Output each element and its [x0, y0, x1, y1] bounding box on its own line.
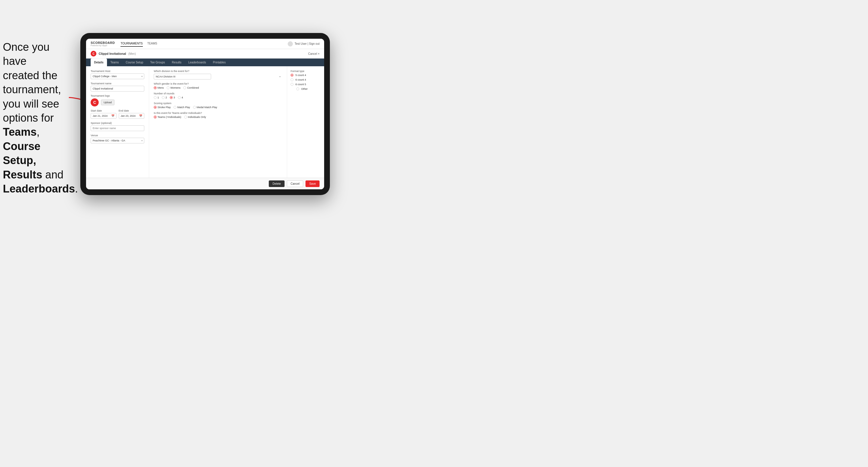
- user-area: Test User | Sign out: [288, 41, 319, 46]
- gender-womens[interactable]: Womens: [167, 86, 180, 89]
- teams-plus-radio[interactable]: [154, 116, 157, 119]
- top-nav: SCOREBOARD Powered by clippd TOURNAMENTS…: [86, 39, 324, 49]
- tab-course-setup[interactable]: Course Setup: [122, 59, 147, 66]
- host-label: Tournament Host: [91, 70, 144, 72]
- logo-circle: C: [91, 98, 99, 106]
- venue-select[interactable]: Peachtree GC - Atlanta - GA: [91, 138, 144, 144]
- date-row: Start date Jan 21, 2024 📅 End date Jan 2…: [91, 109, 144, 119]
- individuals-only-radio[interactable]: [184, 116, 187, 119]
- format-options: 5 count 4 6 count 4 6 count 5 Other: [290, 74, 321, 90]
- tablet-screen: SCOREBOARD Powered by clippd TOURNAMENTS…: [86, 39, 324, 189]
- tournament-title: Clippd Invitational: [99, 52, 126, 55]
- start-date-label: Start date: [91, 109, 117, 112]
- name-input[interactable]: [91, 86, 144, 92]
- name-label: Tournament name: [91, 82, 144, 85]
- sponsor-field-group: Sponsor (optional): [91, 122, 144, 131]
- rounds-4[interactable]: 4: [178, 96, 183, 99]
- start-date-field: Start date Jan 21, 2024 📅: [91, 109, 117, 119]
- format-5count4[interactable]: 5 count 4: [290, 74, 321, 76]
- tab-printables[interactable]: Printables: [209, 59, 229, 66]
- scoring-section: Scoring system Stroke Play Match Play: [154, 102, 282, 109]
- tab-results[interactable]: Results: [168, 59, 185, 66]
- end-date-field: End date Jan 23, 2024 📅: [119, 109, 145, 119]
- delete-button[interactable]: Delete: [269, 181, 284, 187]
- rounds-3-radio[interactable]: [170, 96, 173, 99]
- venue-field-group: Venue Peachtree GC - Atlanta - GA: [91, 134, 144, 144]
- nav-teams[interactable]: TEAMS: [148, 41, 157, 47]
- logo-scoreboard: SCOREBOARD: [91, 41, 115, 44]
- gender-combined[interactable]: Combined: [183, 86, 199, 89]
- teams-section: Is this event for Teams and/or Individua…: [154, 112, 282, 119]
- upload-button[interactable]: Upload: [101, 99, 115, 105]
- format-label: Format type: [290, 70, 321, 72]
- scoring-stroke-play[interactable]: Stroke Play: [154, 106, 171, 109]
- rounds-radio-group: 1 2 3 4: [154, 96, 282, 99]
- individuals-only[interactable]: Individuals Only: [184, 116, 206, 119]
- scoring-medal-match[interactable]: Medal Match Play: [193, 106, 217, 109]
- cancel-button[interactable]: Cancel: [287, 181, 303, 187]
- format-other-radio[interactable]: [296, 88, 299, 90]
- venue-label: Venue: [91, 134, 144, 137]
- rounds-3[interactable]: 3: [170, 96, 175, 99]
- end-date-label: End date: [119, 109, 145, 112]
- scoring-radio-group: Stroke Play Match Play Medal Match Play: [154, 106, 282, 109]
- dates-field-group: Start date Jan 21, 2024 📅 End date Jan 2…: [91, 109, 144, 119]
- rounds-1-radio[interactable]: [154, 96, 157, 99]
- tab-tee-groups[interactable]: Tee Groups: [147, 59, 168, 66]
- gender-radio-group: Mens Womens Combined: [154, 86, 282, 89]
- format-6count5[interactable]: 6 count 5: [290, 83, 321, 86]
- scoring-stroke-radio[interactable]: [154, 106, 157, 109]
- rounds-1[interactable]: 1: [154, 96, 159, 99]
- division-section: Which division is the event for? NCAA Di…: [154, 70, 282, 80]
- tab-leaderboards[interactable]: Leaderboards: [185, 59, 209, 66]
- format-6count4-radio[interactable]: [290, 78, 293, 81]
- teams-label: Is this event for Teams and/or Individua…: [154, 112, 282, 115]
- start-date-input[interactable]: Jan 21, 2024 📅: [91, 113, 117, 119]
- user-avatar: [288, 41, 293, 46]
- format-6count5-radio[interactable]: [290, 83, 293, 86]
- host-select-wrapper: Clippd College - Men: [91, 73, 144, 79]
- tab-teams[interactable]: Teams: [107, 59, 122, 66]
- scoring-medal-radio[interactable]: [193, 106, 196, 109]
- rounds-4-radio[interactable]: [178, 96, 181, 99]
- cancel-button-top[interactable]: Cancel ×: [308, 52, 319, 55]
- gender-mens[interactable]: Mens: [154, 86, 164, 89]
- user-text[interactable]: Test User | Sign out: [294, 42, 319, 45]
- teams-plus-individuals[interactable]: Teams (+Individuals): [154, 116, 181, 119]
- rounds-2-radio[interactable]: [162, 96, 165, 99]
- tab-details[interactable]: Details: [91, 59, 107, 66]
- tournament-subtitle: (Men): [128, 52, 136, 55]
- gender-mens-radio[interactable]: [154, 86, 157, 89]
- format-other[interactable]: Other: [296, 88, 321, 90]
- scoring-match-play[interactable]: Match Play: [174, 106, 190, 109]
- action-bar: Delete Cancel Save: [86, 178, 324, 189]
- left-column: Tournament Host Clippd College - Men Tou…: [86, 66, 149, 178]
- right-column: Which division is the event for? NCAA Di…: [149, 66, 287, 178]
- format-5count4-radio[interactable]: [290, 74, 293, 76]
- host-select[interactable]: Clippd College - Men: [91, 73, 144, 79]
- breadcrumb-row: C Clippd Invitational (Men) Cancel ×: [86, 49, 324, 59]
- main-content: Tournament Host Clippd College - Men Tou…: [86, 66, 324, 178]
- logo-upload-row: C Upload: [91, 98, 144, 106]
- nav-tournaments[interactable]: TOURNAMENTS: [121, 41, 143, 47]
- format-6count4[interactable]: 6 count 4: [290, 78, 321, 81]
- save-button[interactable]: Save: [306, 181, 319, 187]
- gender-section: Which gender is the event for? Mens Wome…: [154, 82, 282, 89]
- logo-area: SCOREBOARD Powered by clippd: [91, 41, 115, 46]
- nav-links: TOURNAMENTS TEAMS: [121, 41, 287, 47]
- logo-sub: Powered by clippd: [91, 44, 115, 46]
- rounds-label: Number of rounds: [154, 92, 282, 95]
- calendar-icon-2: 📅: [139, 115, 142, 117]
- sponsor-input[interactable]: [91, 125, 144, 131]
- rounds-2[interactable]: 2: [162, 96, 167, 99]
- gender-womens-radio[interactable]: [167, 86, 169, 89]
- division-select-wrapper: NCAA Division III: [154, 74, 282, 80]
- division-select[interactable]: NCAA Division III: [154, 74, 211, 80]
- tabs-row: Details Teams Course Setup Tee Groups Re…: [86, 59, 324, 66]
- gender-combined-radio[interactable]: [183, 86, 186, 89]
- tournament-icon: C: [91, 51, 96, 57]
- host-field-group: Tournament Host Clippd College - Men: [91, 70, 144, 79]
- gender-label: Which gender is the event for?: [154, 82, 282, 85]
- end-date-input[interactable]: Jan 23, 2024 📅: [119, 113, 145, 119]
- scoring-match-radio[interactable]: [174, 106, 177, 109]
